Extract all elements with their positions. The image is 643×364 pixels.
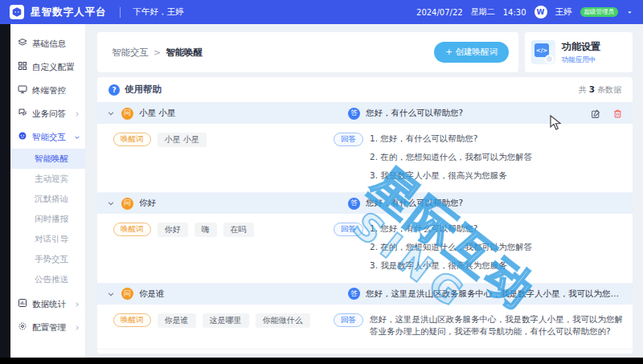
function-settings-title: 功能设置 — [562, 40, 600, 54]
help-title: 使用帮助 — [125, 84, 162, 96]
wake-word-tag: 唤醒词 — [113, 223, 151, 236]
sidebar-item-custom-config[interactable]: 自定义配置 — [10, 55, 85, 79]
qa-row: 问 你好 答 您好，有什么可以帮助您? 唤醒词 你好 嗨 在吗 — [97, 193, 633, 283]
breadcrumb-parent[interactable]: 智能交互 — [112, 47, 149, 59]
chevron-right-icon — [74, 111, 80, 117]
answer-list: 1. 您好，有什么可以帮助您? 2. 在的，您想知道什么，我都可以为您解答 3.… — [370, 223, 532, 272]
platform-logo-icon — [10, 5, 24, 19]
top-header: 星智数字人平台 下午好，王婷 2024/07/22 星期二 14:30 W 王婷… — [0, 0, 643, 24]
bottom-letterbox — [0, 358, 643, 364]
help-header: ? 使用帮助 共3条数据 — [97, 77, 633, 103]
breadcrumb-card: 智能交互 > 智能唤醒 + 创建唤醒词 — [97, 32, 518, 72]
sidebar-subitem-dialog-guide[interactable]: 对话引导 — [10, 229, 85, 249]
pagination: 1 到第 页 确定 共3条 — [97, 350, 633, 354]
sidebar-subitem-smart-wake[interactable]: 智能唤醒 — [10, 149, 85, 169]
stats-icon — [18, 298, 27, 310]
keyword-tag: 这是哪里 — [203, 313, 249, 328]
sidebar-subitem-announcement-push[interactable]: 公告推送 — [10, 269, 85, 289]
chevron-right-icon — [74, 301, 80, 308]
sidebar-item-terminal-control[interactable]: 终端管控 — [10, 79, 85, 102]
keyword-tag: 嗨 — [195, 223, 217, 237]
smart-interact-icon — [18, 131, 27, 143]
chevron-down-icon — [107, 199, 115, 207]
settings-gear-icon — [18, 321, 27, 333]
wake-word-title: 小星 小星 — [139, 108, 175, 119]
breadcrumb-separator: > — [154, 47, 161, 58]
sidebar-subitem-silent-chat[interactable]: 沉默搭讪 — [10, 189, 85, 209]
answer-preview: 您好，这里是洪山区政务服务中心，我是数字人小星，我可以为您解答业务办理上的疑问.… — [366, 288, 623, 300]
question-badge-icon: 问 — [121, 108, 133, 120]
answer-tag: 回答 — [334, 133, 363, 146]
qa-row-body: 唤醒词 你是谁 这是哪里 你能做什么 回答 您好，这里是洪山区政务服务中心，我是… — [97, 305, 633, 350]
gear-icon — [545, 55, 554, 63]
qa-chat-icon — [18, 108, 27, 120]
keyword-tag: 小星 小星 — [158, 133, 207, 147]
wake-word-title: 你是谁 — [139, 288, 165, 300]
qa-row-body: 唤醒词 你好 嗨 在吗 回答 1. 您好，有什么可以帮助您? 2. 在的，您想知… — [97, 214, 633, 282]
mouse-cursor — [550, 115, 562, 134]
code-window-icon: </> — [531, 40, 555, 64]
delete-icon[interactable] — [612, 108, 623, 119]
chevron-down-icon — [107, 290, 115, 298]
sidebar-item-basic-info[interactable]: 基础信息 — [10, 32, 85, 55]
sidebar: 基础信息 自定义配置 终端管控 业务问答 智能交互 智能唤醒 主动迎宾 沉默搭讪… — [10, 24, 86, 358]
question-badge-icon: 问 — [121, 288, 133, 300]
chevron-down-icon — [74, 134, 80, 141]
answer-tag: 回答 — [334, 223, 363, 236]
grid-icon — [18, 61, 27, 73]
role-badge: 超级管理员 — [580, 7, 619, 17]
keyword-tag: 你是谁 — [158, 313, 196, 328]
wake-word-tag: 唤醒词 — [113, 133, 151, 146]
left-dark-rail — [0, 24, 10, 358]
answer-tag: 回答 — [334, 313, 363, 327]
user-menu-caret-icon[interactable] — [626, 9, 633, 16]
terminal-icon — [18, 84, 27, 96]
layers-icon — [18, 38, 27, 50]
chevron-down-icon — [107, 109, 115, 117]
platform-title: 星智数字人平台 — [31, 6, 107, 19]
answer-badge-icon: 答 — [348, 288, 360, 300]
edit-icon[interactable] — [591, 108, 601, 119]
app-screen: 星智数字人平台 下午好，王婷 2024/07/22 星期二 14:30 W 王婷… — [0, 0, 643, 364]
breadcrumb-current: 智能唤醒 — [166, 47, 203, 59]
answer-preview: 您好，有什么可以帮助您? — [366, 108, 463, 119]
chevron-right-icon — [74, 325, 80, 331]
date-text: 2024/07/22 — [416, 8, 463, 17]
user-avatar[interactable]: W — [534, 6, 547, 18]
function-settings-panel[interactable]: </> 功能设置 功能应用中 — [525, 32, 633, 72]
greeting-text: 下午好，王婷 — [133, 6, 184, 18]
function-status-text: 功能应用中 — [562, 55, 600, 65]
main-content: 智能交互 > 智能唤醒 + 创建唤醒词 </> 功能设置 功能应用中 ? 使用帮… — [86, 24, 643, 358]
sidebar-item-data-statistics[interactable]: 数据统计 — [10, 292, 85, 316]
answer-list: 您好，这里是洪山区政务服务中心，我是数字人小星，我可以为您解答业务办理上的疑问，… — [370, 313, 623, 339]
keyword-tag: 你好 — [158, 223, 188, 237]
weekday-text: 星期二 — [471, 6, 495, 18]
keyword-tag: 在吗 — [223, 223, 254, 237]
question-badge-icon: 问 — [121, 198, 133, 210]
answer-badge-icon: 答 — [348, 198, 360, 210]
sidebar-subitem-idle-broadcast[interactable]: 闲时播报 — [10, 209, 85, 229]
sidebar-item-config-management[interactable]: 配置管理 — [10, 316, 85, 339]
total-count-text: 共3条数据 — [579, 84, 621, 96]
sidebar-item-smart-interaction[interactable]: 智能交互 — [10, 125, 85, 149]
answer-badge-icon: 答 — [348, 108, 360, 120]
sidebar-subitem-gesture-interaction[interactable]: 手势交互 — [10, 249, 85, 269]
sidebar-item-business-qa[interactable]: 业务问答 — [10, 102, 85, 125]
answer-list: 1. 您好，有什么可以帮助您? 2. 在的，您想知道什么，我都可以为您解答 3.… — [370, 133, 532, 182]
wake-word-title: 你好 — [139, 198, 156, 209]
qa-row-header[interactable]: 问 你是谁 答 您好，这里是洪山区政务服务中心，我是数字人小星，我可以为您解答业… — [97, 284, 633, 305]
header-divider — [120, 7, 121, 18]
qa-row: 问 你是谁 答 您好，这里是洪山区政务服务中心，我是数字人小星，我可以为您解答业… — [97, 284, 633, 350]
keyword-tag: 你能做什么 — [256, 313, 310, 328]
qa-row-header[interactable]: 问 你好 答 您好，有什么可以帮助您? — [97, 193, 633, 214]
question-circle-icon: ? — [109, 84, 120, 96]
answer-preview: 您好，有什么可以帮助您? — [366, 198, 463, 209]
wake-word-tag: 唤醒词 — [113, 313, 151, 327]
time-text: 14:30 — [503, 8, 526, 17]
create-wake-word-button[interactable]: + 创建唤醒词 — [434, 42, 509, 63]
username-text: 王婷 — [555, 6, 572, 18]
sidebar-subitem-active-welcome[interactable]: 主动迎宾 — [10, 169, 85, 189]
